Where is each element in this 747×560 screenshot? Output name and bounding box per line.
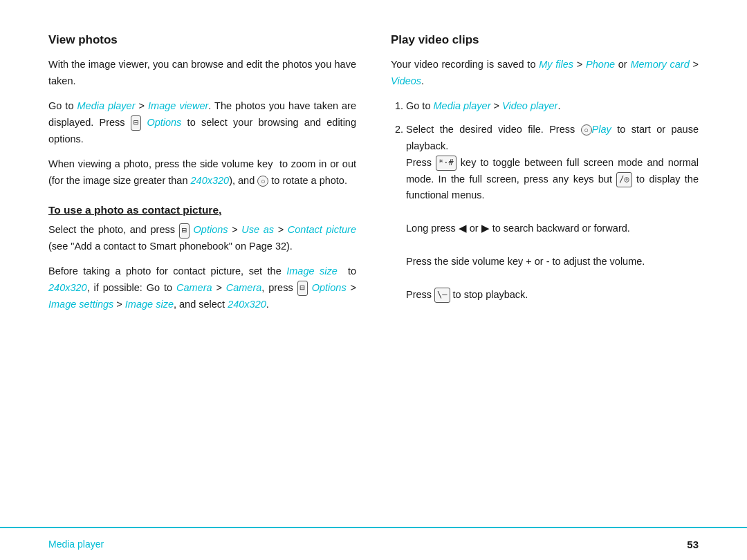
resolution-link3: 240x320 <box>228 299 266 310</box>
footer-page-number: 53 <box>687 539 699 550</box>
play-link: Play <box>592 124 611 135</box>
image-size-link2: Image size <box>125 299 174 310</box>
play-circle: ○ <box>581 124 592 136</box>
media-player-link2: Media player <box>434 100 491 111</box>
rotate-circle: ○ <box>257 176 268 187</box>
view-photos-para2: Go to Media player > Image viewer. The p… <box>48 98 356 148</box>
page-container: View photos With the image viewer, you c… <box>0 0 747 560</box>
options-key1: ⊟︎ <box>131 115 141 131</box>
media-player-link1: Media player <box>77 100 136 111</box>
footer-label: Media player <box>48 539 104 550</box>
video-steps-list: Go to Media player > Video player. Selec… <box>391 98 699 304</box>
contact-picture-link: Contact picture <box>288 224 356 235</box>
image-settings-link: Image settings <box>48 299 113 310</box>
camera-link2: Camera <box>226 282 262 293</box>
resolution-link1: 240x320 <box>191 175 230 186</box>
phone-link: Phone <box>586 59 615 70</box>
resolution-link2: 240x320 <box>48 282 87 293</box>
options-key2: ⊟︎ <box>179 223 190 239</box>
image-viewer-link: Image viewer <box>148 100 208 111</box>
options-key3: ⊟︎ <box>297 281 308 296</box>
view-photos-para3: When viewing a photo, press the side vol… <box>48 156 356 189</box>
options-link2: Options <box>194 224 228 235</box>
options-link1: Options <box>147 117 181 128</box>
video-step-2: Select the desired video file. Press ○Pl… <box>406 122 699 304</box>
slash-key: /◎ <box>616 172 631 187</box>
right-column: Play video clips Your video recording is… <box>391 33 699 321</box>
view-photos-heading: View photos <box>48 33 356 47</box>
my-files-link: My files <box>539 59 573 70</box>
camera-link1: Camera <box>176 282 212 293</box>
video-player-link: Video player <box>502 100 557 111</box>
video-step-1: Go to Media player > Video player. <box>406 98 699 115</box>
use-as-link: Use as <box>241 224 274 235</box>
contact-picture-para1: Select the photo, and press ⊟︎ Options >… <box>48 222 356 255</box>
play-video-heading: Play video clips <box>391 33 699 47</box>
stop-key: \— <box>434 288 450 303</box>
contact-picture-para2: Before taking a photo for contact pictur… <box>48 263 356 313</box>
left-column: View photos With the image viewer, you c… <box>48 33 356 321</box>
options-link3: Options <box>312 282 347 293</box>
footer-bar: Media player 53 <box>0 527 747 560</box>
memory-card-link: Memory card <box>630 59 689 70</box>
content-columns: View photos With the image viewer, you c… <box>48 33 699 321</box>
contact-picture-subheading: To use a photo as contact picture, <box>48 204 356 216</box>
view-photos-para1: With the image viewer, you can browse an… <box>48 57 356 90</box>
videos-link: Videos <box>391 75 421 86</box>
image-size-link1: Image size <box>286 265 338 277</box>
video-save-para: Your video recording is saved to My file… <box>391 57 699 90</box>
star-key: *·# <box>436 156 456 171</box>
